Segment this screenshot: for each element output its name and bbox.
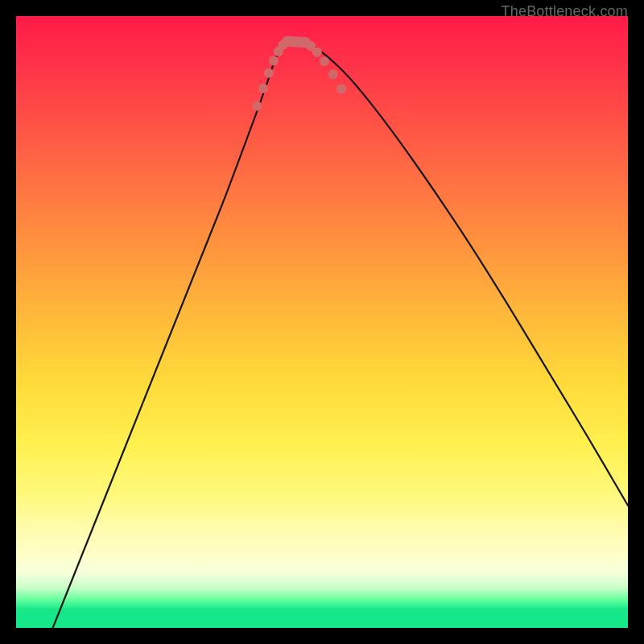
chart-container: TheBottleneck.com <box>0 0 644 644</box>
marker-dot <box>269 56 279 66</box>
plot-area <box>16 16 628 628</box>
marker-group <box>252 40 346 111</box>
marker-dot <box>312 47 322 57</box>
marker-dot <box>258 84 268 93</box>
marker-dot <box>336 84 346 93</box>
marker-dot <box>264 68 274 78</box>
marker-pill <box>287 41 306 43</box>
bottleneck-curve <box>53 40 628 628</box>
marker-dot <box>320 56 329 66</box>
chart-svg <box>16 16 628 628</box>
marker-dot <box>328 69 338 79</box>
marker-dot <box>252 101 262 111</box>
